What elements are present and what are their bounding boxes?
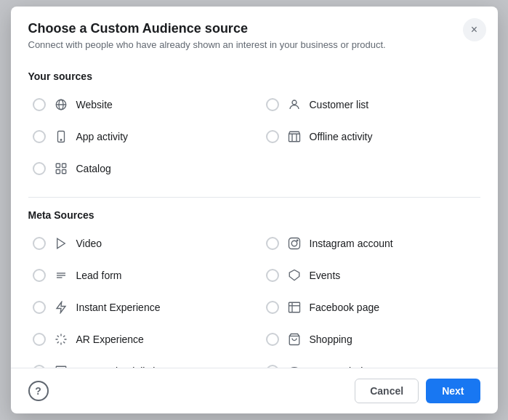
- meta-sources-grid: Video Instagram account: [28, 230, 480, 368]
- svg-point-5: [60, 140, 62, 141]
- option-app-activity-label: App activity: [76, 131, 129, 142]
- radio-app-activity[interactable]: [33, 130, 46, 143]
- radio-lead-form[interactable]: [33, 269, 46, 282]
- modal-header: Choose a Custom Audience source Connect …: [11, 7, 498, 59]
- option-website[interactable]: Website: [28, 91, 247, 118]
- cancel-button[interactable]: Cancel: [355, 379, 419, 403]
- radio-customer-list[interactable]: [266, 98, 279, 111]
- option-facebook-page-label: Facebook page: [310, 302, 380, 313]
- svg-point-16: [297, 240, 298, 241]
- option-instant-experience[interactable]: Instant Experience: [28, 294, 247, 321]
- option-facebook-page[interactable]: Facebook page: [262, 294, 480, 321]
- tag-icon: [286, 267, 302, 283]
- instagram-icon: [286, 235, 302, 251]
- radio-website[interactable]: [33, 98, 46, 111]
- lines-icon: [53, 267, 69, 283]
- option-shopping[interactable]: Shopping: [262, 326, 480, 353]
- cart-icon: [286, 331, 302, 347]
- radio-instant-experience[interactable]: [33, 301, 46, 314]
- option-catalog[interactable]: Catalog: [28, 155, 247, 182]
- svg-rect-9: [56, 163, 60, 167]
- option-ar-experience[interactable]: AR Experience: [28, 326, 247, 353]
- facebook-page-icon: [286, 299, 302, 315]
- option-catalog-label: Catalog: [76, 163, 111, 174]
- radio-catalog[interactable]: [33, 162, 46, 175]
- svg-rect-12: [62, 170, 65, 174]
- radio-instagram-account[interactable]: [266, 237, 279, 250]
- option-shopping-label: Shopping: [310, 334, 352, 345]
- svg-marker-13: [57, 238, 65, 249]
- modal-footer: ? Cancel Next: [11, 368, 498, 413]
- option-customer-list-label: Customer list: [310, 99, 369, 110]
- svg-rect-22: [289, 302, 299, 312]
- play-icon: [53, 235, 69, 251]
- option-offline-activity-label: Offline activity: [310, 131, 373, 142]
- option-on-facebook-listings[interactable]: On-Facebook listings: [28, 358, 247, 368]
- option-app-activity[interactable]: App activity: [28, 123, 247, 150]
- option-video[interactable]: Video: [28, 230, 247, 257]
- option-video-label: Video: [76, 238, 102, 249]
- svg-point-15: [291, 241, 297, 246]
- option-customer-list[interactable]: Customer list: [262, 91, 480, 118]
- radio-shopping[interactable]: [266, 333, 279, 346]
- option-website-label: Website: [76, 99, 113, 110]
- help-button[interactable]: ?: [28, 381, 49, 401]
- radio-events[interactable]: [266, 269, 279, 282]
- next-button[interactable]: Next: [426, 379, 480, 403]
- modal-subtitle: Connect with people who have already sho…: [28, 39, 480, 50]
- option-lead-form-label: Lead form: [76, 270, 122, 281]
- svg-point-3: [292, 100, 297, 105]
- store-icon: [286, 129, 302, 145]
- option-instagram-account[interactable]: Instagram account: [262, 230, 480, 257]
- radio-video[interactable]: [33, 237, 46, 250]
- option-events[interactable]: Events: [262, 262, 480, 289]
- radio-offline-activity[interactable]: [266, 130, 279, 143]
- svg-rect-14: [289, 238, 299, 249]
- catalog-icon: [53, 161, 69, 177]
- bolt-icon: [53, 299, 69, 315]
- svg-marker-21: [57, 302, 65, 313]
- svg-rect-6: [289, 134, 299, 142]
- person-icon: [286, 97, 302, 113]
- modal-dialog: Choose a Custom Audience source Connect …: [11, 7, 498, 413]
- svg-rect-10: [62, 163, 65, 167]
- your-sources-grid: Website Customer list: [28, 91, 480, 182]
- option-instagram-account-label: Instagram account: [310, 238, 393, 249]
- option-instant-experience-label: Instant Experience: [76, 302, 161, 313]
- option-events-label: Events: [310, 270, 341, 281]
- radio-ar-experience[interactable]: [33, 333, 46, 346]
- modal-body: Your sources Website: [11, 59, 498, 368]
- option-lead-form[interactable]: Lead form: [28, 262, 247, 289]
- your-sources-label: Your sources: [28, 70, 480, 82]
- option-ar-experience-label: AR Experience: [76, 334, 144, 345]
- footer-actions: Cancel Next: [355, 379, 480, 403]
- option-guest-wifi[interactable]: Guest Wi-Fi: [262, 358, 480, 368]
- section-divider: [28, 197, 480, 198]
- option-offline-activity[interactable]: Offline activity: [262, 123, 480, 150]
- svg-marker-20: [289, 270, 299, 280]
- close-button[interactable]: ×: [463, 18, 486, 41]
- modal-title: Choose a Custom Audience source: [28, 21, 480, 36]
- phone-icon: [53, 129, 69, 145]
- globe-icon: [53, 97, 69, 113]
- radio-facebook-page[interactable]: [266, 301, 279, 314]
- sparkle-icon: [53, 331, 69, 347]
- svg-rect-11: [56, 170, 60, 174]
- meta-sources-label: Meta Sources: [28, 209, 480, 221]
